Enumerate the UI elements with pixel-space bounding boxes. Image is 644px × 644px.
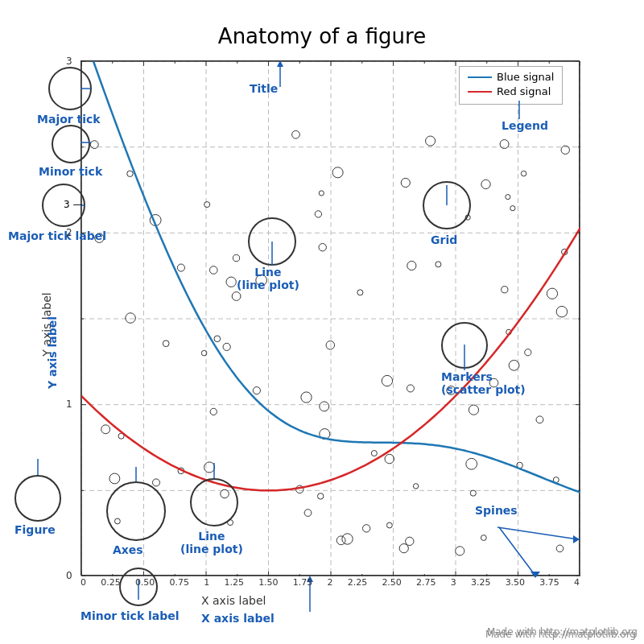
axes-circle — [106, 481, 166, 541]
x-tick-3: 3 — [451, 577, 456, 588]
minor-tick-label-annotation: Minor tick label — [80, 609, 180, 622]
x-tick-175: 1.75 — [293, 577, 313, 588]
title-annotation: Title — [250, 82, 278, 95]
x-tick-050: 0.50 — [135, 577, 155, 588]
markers-annotation: Markers(scatter plot) — [441, 370, 526, 396]
x-tick-325: 3.25 — [471, 577, 491, 588]
major-tick-label-annotation: Major tick label — [8, 229, 106, 242]
x-axis-label-bottom: X axis label — [201, 612, 275, 625]
y-axis-annotation: Y axis label — [46, 316, 59, 389]
x-tick-350: 3.50 — [506, 577, 526, 588]
minor-tick-label: Minor tick — [39, 165, 102, 178]
grid-annotation: Grid — [431, 233, 457, 246]
x-tick-275: 2.75 — [416, 577, 436, 588]
markers-circle — [441, 322, 488, 369]
legend-line-red — [468, 91, 492, 93]
figure-annotation: Figure — [14, 523, 56, 536]
x-axis-label-top: X axis label — [201, 594, 266, 607]
figure-title: Anatomy of a figure — [0, 24, 644, 48]
grid-circle — [423, 181, 471, 229]
legend-label-blue: Blue signal — [497, 71, 554, 83]
legend-item-red: Red signal — [468, 85, 554, 97]
x-tick-225: 2.25 — [348, 577, 368, 588]
line-circle-lower — [190, 478, 238, 526]
major-tick-circle — [48, 67, 92, 110]
legend-annotation: Legend — [502, 119, 548, 132]
x-tick-4: 4 — [574, 577, 580, 588]
x-tick-0: 0 — [80, 577, 86, 588]
line-annotation-upper: Line(line plot) — [237, 266, 299, 291]
y-tick-0: 0 — [66, 570, 72, 581]
x-tick-2: 2 — [328, 577, 333, 588]
axes-annotation: Axes — [113, 543, 143, 556]
x-tick-150: 1.50 — [258, 577, 279, 588]
y-tick-3-annotation: 3 — — [64, 199, 82, 210]
x-tick-075: 0.75 — [170, 577, 190, 588]
x-tick-375: 3.75 — [539, 577, 559, 588]
y-tick-2: 2 — [66, 227, 72, 238]
spines-annotation: Spines — [475, 504, 518, 517]
x-tick-025: 0.25 — [101, 577, 121, 588]
x-tick-labels: 0 0.25 0.50 0.75 1 1.25 1.50 1.75 2 2.25… — [80, 577, 580, 588]
major-tick-label: Major tick — [37, 113, 101, 126]
line-annotation-lower: Line(line plot) — [180, 530, 243, 555]
x-tick-125: 1.25 — [224, 577, 244, 588]
made-with: Made with http://matplotlib.org — [487, 626, 638, 638]
legend-label-red: Red signal — [497, 85, 551, 97]
legend-item-blue: Blue signal — [468, 71, 554, 83]
legend-box: Blue signal Red signal — [459, 66, 563, 105]
minor-tick-circle — [52, 125, 90, 163]
y-tick-3: 3 — [66, 56, 72, 67]
y-tick-1: 1 — [66, 398, 72, 410]
legend-line-blue — [468, 76, 492, 78]
x-tick-1: 1 — [204, 577, 209, 588]
main-container: Anatomy of a figure Y axis label X axis … — [0, 0, 644, 644]
x-tick-250: 2.50 — [382, 577, 402, 588]
figure-circle — [14, 475, 61, 522]
line-circle-upper — [248, 217, 296, 266]
